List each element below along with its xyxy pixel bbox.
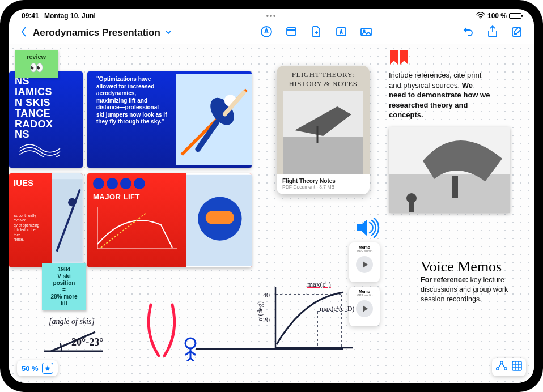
slide-body-text: as continually evolved ay of optimizing … <box>14 214 47 242</box>
historic-photo[interactable] <box>389 127 510 213</box>
speaker-icon <box>356 218 380 240</box>
graph-tick: 40 <box>263 291 270 300</box>
text-block-voice-memos[interactable]: Voice Memos For reference: key lecture d… <box>421 258 519 304</box>
svg-point-0 <box>480 17 481 18</box>
svg-rect-23 <box>452 176 458 198</box>
hand-angle-value: 20°-23° <box>71 336 103 348</box>
slide-text: TANCE <box>15 108 50 119</box>
status-bar: 09:41 Montag 10. Juni ••• 100 % <box>9 9 534 22</box>
slide-blue-quote[interactable]: "Optimizations have allowed for increase… <box>87 71 252 168</box>
svg-point-43 <box>504 368 507 370</box>
audio-title: Memo <box>359 289 370 293</box>
svg-rect-22 <box>389 174 510 213</box>
lift-chart-illustration <box>93 204 178 253</box>
hand-text: [angle of skis] <box>49 317 95 326</box>
play-button[interactable] <box>356 300 373 317</box>
graph-ylabel: α (deg) <box>256 301 265 321</box>
slide-quote-text: "Optimizations have allowed for increase… <box>87 71 176 130</box>
audio-subtitle: MP3 audio <box>357 249 373 253</box>
skier-photo-illustration <box>52 173 83 267</box>
back-button[interactable] <box>19 26 28 40</box>
compose-button[interactable] <box>510 25 524 41</box>
lilienthal-photo-illustration <box>389 127 510 213</box>
graph-annotation: max(cᴸ) <box>307 280 331 289</box>
svg-rect-2 <box>287 28 296 35</box>
glider-photo-illustration <box>283 91 363 174</box>
audio-memo-1[interactable]: Memo MP3 audio <box>349 242 380 282</box>
slide-text: RADOX <box>15 118 53 130</box>
slide-text: NS <box>15 129 29 140</box>
sticky-line: 1984 <box>46 266 82 273</box>
multitask-dots-icon[interactable]: ••• <box>266 12 277 20</box>
favorites-button[interactable] <box>42 363 53 374</box>
slide-red-major-lift[interactable]: MAJOR LIFT <box>87 173 252 267</box>
svg-rect-46 <box>512 361 521 370</box>
svg-point-42 <box>497 368 499 370</box>
audio-title: Memo <box>359 245 370 249</box>
sticky-note-review[interactable]: review 👀 <box>15 50 58 78</box>
battery-icon <box>509 13 521 19</box>
pdf-filetype: PDF Document <box>282 184 315 190</box>
freeform-canvas[interactable]: NS IAMICS N SKIS TANCE RADOX NS "Optimiz… <box>9 44 534 383</box>
svg-rect-17 <box>206 211 234 224</box>
slide-text: IAMICS <box>15 86 52 97</box>
slide-heading: MAJOR LIFT <box>93 193 180 201</box>
text-box-button[interactable] <box>334 25 348 41</box>
pdf-cover-subtitle: HISTORY & NOTES <box>289 79 358 88</box>
status-time: 09:41 <box>22 12 39 20</box>
sticky-line: = <box>46 287 82 293</box>
zoom-level[interactable]: 50 % <box>22 364 39 373</box>
svg-rect-8 <box>176 74 252 165</box>
handwritten-title: Voice Memos <box>421 258 519 275</box>
svg-line-45 <box>502 364 505 368</box>
svg-rect-11 <box>52 179 83 262</box>
navigator-button[interactable] <box>495 360 508 374</box>
board-title[interactable]: Aerodynamics Presentation <box>33 27 160 39</box>
zoom-control[interactable]: 50 % <box>17 360 58 376</box>
pdf-filesize: 8.7 MB <box>319 184 334 190</box>
svg-rect-25 <box>409 202 414 212</box>
svg-line-44 <box>499 364 502 368</box>
svg-rect-5 <box>361 28 371 36</box>
slide-text: N SKIS <box>15 97 50 108</box>
sticky-note-vski[interactable]: 1984 V ski position = 28% more lift <box>42 263 86 310</box>
svg-point-12 <box>69 198 77 207</box>
svg-point-28 <box>185 338 196 348</box>
undo-button[interactable] <box>461 25 475 41</box>
grid-toggle-button[interactable] <box>511 360 523 374</box>
svg-rect-4 <box>337 28 346 36</box>
pdf-attachment[interactable]: FLIGHT THEORY: HISTORY & NOTES Flight Th… <box>277 66 370 194</box>
sticky-line: 28% more lift <box>46 293 82 307</box>
sticky-line: V ski position <box>46 273 82 287</box>
audio-subtitle: MP3 audio <box>357 293 373 297</box>
skier-goggles-illustration <box>186 173 252 267</box>
ski-jumper-illustration <box>176 71 252 168</box>
wave-diagram-icon <box>9 144 71 163</box>
markup-tool-button[interactable] <box>260 25 273 41</box>
slide-red-techniques[interactable]: IUES as continually evolved ay of optimi… <box>9 173 83 267</box>
sticky-text: review <box>19 53 53 61</box>
chevron-down-icon[interactable] <box>165 28 172 38</box>
slide-blue-title[interactable]: NS IAMICS N SKIS TANCE RADOX NS <box>9 71 83 168</box>
app-toolbar: Aerodynamics Presentation <box>9 22 534 44</box>
add-file-button[interactable] <box>309 25 323 41</box>
slide-heading: IUES <box>14 178 47 188</box>
wifi-icon <box>476 12 485 20</box>
sticky-note-button[interactable] <box>285 25 298 41</box>
svg-rect-19 <box>283 137 363 174</box>
bookmark-icon <box>389 50 409 69</box>
alpha-graph-sketch[interactable]: 40 20 α (deg) max(cᴸ) max(cᴸ/c_D) <box>258 281 355 355</box>
handwriting-angle-label[interactable]: [angle of skis] <box>49 317 95 326</box>
pdf-filename: Flight Theory Notes <box>282 178 364 184</box>
share-button[interactable] <box>486 25 499 41</box>
pdf-cover-title: FLIGHT THEORY: <box>292 70 354 79</box>
graph-annotation: max(cᴸ/c_D) <box>320 305 354 313</box>
text-bold: For reference: <box>421 276 468 284</box>
eyes-emoji-icon: 👀 <box>19 61 53 74</box>
text-block-references[interactable]: Include references, cite print and physi… <box>389 70 491 120</box>
status-battery-text: 100 % <box>487 12 507 20</box>
status-date: Montag 10. Juni <box>44 12 96 20</box>
play-button[interactable] <box>356 256 373 273</box>
add-media-button[interactable] <box>359 25 373 41</box>
